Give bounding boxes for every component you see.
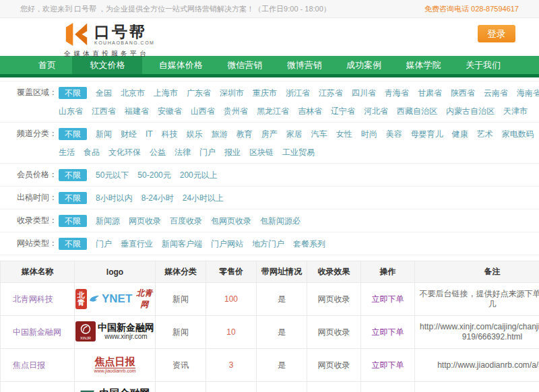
kouhaobang-logo-icon (64, 22, 90, 47)
filter-option[interactable]: 不限 (59, 238, 87, 250)
filter-option[interactable]: 50元以下 (96, 170, 129, 180)
filter-option[interactable]: 新闻 (96, 129, 112, 139)
filter-option[interactable]: 食品 (84, 148, 100, 157)
nav-item[interactable]: 软文价格 (72, 56, 142, 74)
order-now-link[interactable]: 立即下单 (372, 360, 404, 370)
nav-item[interactable]: 成功案例 (338, 56, 389, 74)
filter-option[interactable]: 吉林省 (298, 106, 322, 116)
filter-row: 收录类型：不限新闻源网页收录百度收录包网页收录包新闻源必 (0, 209, 539, 232)
filter-option[interactable]: 不限 (59, 215, 87, 227)
filter-option[interactable]: 江西省 (92, 106, 116, 116)
filter-options: 不限新闻财经IT科技娱乐旅游教育房产家居汽车女性时尚美容母婴育儿健康艺术家电数码… (59, 125, 539, 161)
nav-item[interactable]: 关于我们 (457, 56, 509, 74)
filter-option[interactable]: 深圳市 (220, 88, 244, 98)
filter-option[interactable]: 200元以上 (180, 170, 218, 180)
nav-item[interactable]: 自媒体价格 (151, 56, 211, 74)
filter-option[interactable]: 新闻源 (96, 216, 120, 226)
filter-option[interactable]: 8-24小时 (141, 193, 174, 203)
filter-option[interactable]: 科技 (162, 129, 178, 139)
filter-line: 不限新闻源网页收录百度收录包网页收录包新闻源必 (59, 211, 539, 230)
filter-option[interactable]: 甘肃省 (418, 88, 442, 98)
order-now-link[interactable]: 立即下单 (372, 327, 404, 337)
filter-option[interactable]: 家电数码 (502, 129, 534, 139)
filter-option[interactable]: 时尚 (361, 129, 377, 139)
filter-option[interactable]: 不限 (59, 87, 87, 99)
filter-option[interactable]: 健康 (452, 129, 468, 139)
filter-option[interactable]: 安徽省 (158, 106, 182, 116)
filter-option[interactable]: 网页收录 (129, 216, 161, 226)
filter-option[interactable]: 包新闻源必 (260, 216, 300, 226)
filter-option[interactable]: 重庆市 (253, 88, 277, 98)
nav-item[interactable]: 媒体学院 (398, 56, 449, 74)
filter-option[interactable]: 四川省 (352, 88, 376, 98)
filter-option[interactable]: 内蒙古自治区 (446, 106, 495, 116)
filter-option[interactable]: 包网页收录 (211, 216, 251, 226)
filter-option[interactable]: 西藏自治区 (397, 106, 437, 116)
filter-option[interactable]: 房产 (261, 129, 278, 139)
filter-option[interactable]: 8小时以内 (96, 193, 133, 203)
filter-option[interactable]: 上海市 (154, 88, 178, 98)
filter-option[interactable]: 旅游 (212, 129, 228, 139)
filter-option[interactable]: 地方门户 (252, 239, 284, 249)
media-name-link[interactable]: 北青网科技 (13, 294, 53, 304)
filter-option[interactable]: 门户 (199, 148, 216, 157)
filter-option[interactable]: 黑龙江省 (257, 106, 289, 116)
media-name-link[interactable]: 焦点日报 (13, 360, 45, 370)
nav-item[interactable]: 微信营销 (219, 56, 270, 74)
filter-option[interactable]: 财经 (121, 129, 137, 139)
filter-option[interactable]: 不限 (59, 192, 87, 204)
filter-option[interactable]: 山西省 (191, 106, 215, 116)
filter-option[interactable]: 百度收录 (170, 216, 202, 226)
filter-option[interactable]: 北京市 (121, 88, 145, 98)
filter-option[interactable]: 门户 (96, 239, 112, 249)
filter-option[interactable]: 云南省 (484, 88, 508, 98)
filter-option[interactable]: 广东省 (187, 88, 211, 98)
filter-option[interactable]: 24小时以上 (183, 193, 224, 203)
filter-option[interactable]: 全国 (96, 88, 112, 98)
filter-option[interactable]: 辽宁省 (331, 106, 355, 116)
filter-option[interactable]: 陕西省 (451, 88, 475, 98)
filter-option[interactable]: 天津市 (503, 106, 528, 116)
filter-option[interactable]: 垂直行业 (121, 239, 153, 249)
filter-option[interactable]: 汽车 (311, 129, 327, 139)
filter-option[interactable]: 浙江省 (286, 88, 310, 98)
filter-option[interactable]: 50-200元 (137, 170, 170, 180)
media-logo: 北青YNET北青网 (75, 288, 154, 311)
filter-option[interactable]: 文化环保 (108, 148, 141, 157)
filter-option[interactable]: 贵州省 (224, 106, 248, 116)
filter-option[interactable]: 母婴育儿 (411, 129, 443, 139)
filter-option[interactable]: 女性 (336, 129, 352, 139)
filter-option[interactable]: 娱乐 (187, 129, 203, 139)
nav-item[interactable]: 微博营销 (279, 56, 330, 74)
filter-option[interactable]: 不限 (59, 128, 87, 140)
filter-option[interactable]: 报业 (224, 148, 241, 157)
filter-option[interactable]: 新闻客户端 (162, 239, 202, 249)
nav-item[interactable]: 首页 (30, 56, 64, 74)
filter-option[interactable]: 工业贸易 (282, 148, 315, 157)
filter-option[interactable]: 艺术 (477, 129, 493, 139)
filter-option[interactable]: 门户网站 (211, 239, 243, 249)
login-button[interactable]: 登录 (478, 25, 515, 42)
filter-option[interactable]: 不限 (59, 169, 87, 181)
filter-option[interactable]: 海南省 (517, 88, 539, 98)
filter-option[interactable]: 公益 (150, 148, 166, 157)
filter-option[interactable]: 河北省 (364, 106, 388, 116)
filter-option[interactable]: 生活 (59, 148, 75, 157)
filter-option[interactable]: 法律 (175, 148, 191, 157)
media-table: 媒体名称logo媒体分类零售价带网址情况收录效果操作备注 北青网科技北青YNET… (0, 261, 539, 392)
filter-option[interactable]: 教育 (236, 129, 253, 139)
filter-label: 频道分类： (17, 125, 59, 161)
filter-option[interactable]: 家居 (286, 129, 303, 139)
filter-option[interactable]: 山东省 (59, 106, 83, 116)
filter-option[interactable]: 套餐系列 (293, 239, 325, 249)
site-logo[interactable]: 口号帮 KOUHAOBANG.COM 全媒体直投服务平台 (64, 22, 219, 59)
filter-option[interactable]: 青海省 (385, 88, 409, 98)
filter-row: 频道分类：不限新闻财经IT科技娱乐旅游教育房产家居汽车女性时尚美容母婴育儿健康艺… (0, 123, 539, 164)
media-name-link[interactable]: 中国新金融网 (13, 327, 61, 337)
filter-option[interactable]: IT (146, 129, 153, 139)
filter-option[interactable]: 福建省 (125, 106, 149, 116)
filter-option[interactable]: 江苏省 (319, 88, 343, 98)
order-now-link[interactable]: 立即下单 (372, 294, 404, 304)
filter-option[interactable]: 美容 (386, 129, 402, 139)
filter-option[interactable]: 区块链 (249, 148, 274, 157)
